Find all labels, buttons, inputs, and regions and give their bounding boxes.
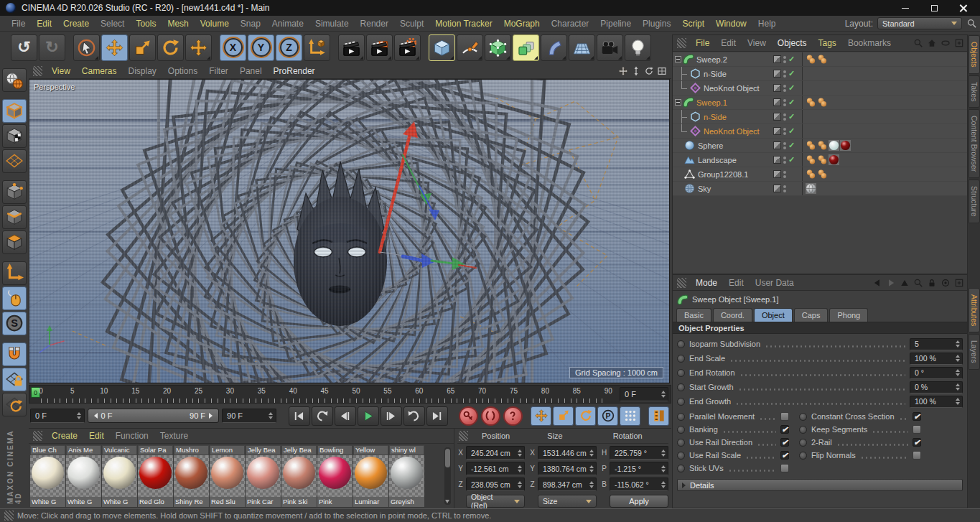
viewport-menu-view[interactable]: View [46,66,76,76]
texture-mode-button[interactable] [2,124,27,148]
material-menu-texture[interactable]: Texture [154,431,194,441]
layer-icon[interactable] [773,70,781,78]
phong-tag-icon[interactable] [806,54,816,65]
end-frame-field[interactable]: 90 F [222,409,276,423]
material-menu-function[interactable]: Function [110,431,154,441]
new-panel-icon[interactable] [954,278,964,288]
edges-mode-button[interactable] [2,205,27,229]
layer-icon[interactable] [773,84,781,92]
spinner[interactable] [660,391,666,398]
home-icon[interactable] [927,38,937,48]
z-axis-lock-button[interactable]: Z [276,34,302,61]
menu-mograph[interactable]: MoGraph [498,19,546,29]
animation-dot-icon[interactable] [677,369,685,377]
object-row[interactable]: Sky [673,182,967,196]
material-item[interactable]: YellowLuminar [353,445,388,507]
visibility-icon[interactable] [941,38,951,48]
menu-file[interactable]: File [6,19,31,29]
checkbox[interactable] [780,438,789,447]
enabled-check-icon[interactable] [788,141,797,149]
phong-tag-icon[interactable] [817,169,828,180]
add-spline-button[interactable] [457,34,483,61]
add-generator-button[interactable] [485,34,511,61]
position-mode-select[interactable]: Object (Rel) [466,495,525,508]
viewport-menu-panel[interactable]: Panel [234,66,268,76]
animation-dot-icon[interactable] [799,426,807,434]
menu-help[interactable]: Help [752,19,782,29]
spinner[interactable] [954,398,961,405]
coordinate-value-field[interactable]: 1380.764 cm [538,462,597,475]
timeline-range-slider[interactable]: 0 F 90 F [88,409,220,423]
visibility-dots[interactable] [783,56,786,63]
visibility-dots[interactable] [783,70,786,78]
menu-mesh[interactable]: Mesh [162,19,194,29]
animation-dot-icon[interactable] [799,413,807,421]
enable-axis-button[interactable] [2,261,27,285]
menu-script[interactable]: Script [676,19,710,29]
layer-icon[interactable] [773,156,781,164]
spinner[interactable] [588,481,594,488]
record-keyframe-button[interactable] [459,406,478,426]
material-item[interactable]: shiny wlGreyish [389,445,424,507]
layer-icon[interactable] [773,185,781,192]
lock-icon[interactable] [927,278,937,288]
visibility-dots[interactable] [783,113,786,121]
object-manager-menu-file[interactable]: File [690,38,715,48]
animation-dot-icon[interactable] [677,465,685,472]
visibility-dots[interactable] [783,171,786,178]
move-tool-button[interactable] [101,34,128,61]
phong-tag-icon[interactable] [806,154,816,165]
coordinate-value-field[interactable]: 225.759 ° [610,446,668,460]
visibility-dots[interactable] [783,142,786,149]
panel-tab-structure[interactable]: Structure [969,180,980,223]
mat-red-icon[interactable] [829,154,839,165]
spinner[interactable] [516,481,523,488]
coordinate-value-field[interactable]: 245.204 cm [466,446,525,460]
object-manager-menu-objects[interactable]: Objects [772,38,813,48]
object-row[interactable]: Sweep.2 [673,52,967,67]
phong-tag-icon[interactable] [817,97,828,108]
checkbox[interactable] [780,464,789,472]
apply-button[interactable]: Apply [610,495,668,508]
object-row[interactable]: Group12208.1 [673,167,967,182]
panel-grip[interactable] [459,431,468,441]
spinner[interactable] [954,340,961,348]
next-frame-button[interactable] [381,406,402,426]
phong-tag-icon[interactable] [806,169,816,180]
panel-tab-attributes[interactable]: Attributes [969,288,980,332]
up-icon[interactable] [900,278,910,288]
checkbox[interactable] [913,438,921,447]
pan-view-icon[interactable] [618,66,628,76]
layer-icon[interactable] [773,141,781,149]
layout-select[interactable]: Standard [877,17,962,29]
viewport-canvas[interactable]: Perspective Grid Spacing : 1000 cm [29,79,670,383]
render-view-button[interactable] [338,34,365,61]
visibility-dots[interactable] [783,185,786,192]
checkbox[interactable] [780,451,789,460]
lock-workplane-button[interactable] [2,368,27,391]
rotate-view-icon[interactable] [644,66,654,76]
spinner[interactable] [954,369,961,376]
object-manager-menu-bookmarks[interactable]: Bookmarks [842,38,897,48]
visibility-dots[interactable] [783,99,786,106]
viewport-menu-prorender[interactable]: ProRender [268,66,321,76]
rotate-workplane-button[interactable] [2,393,27,416]
panel-tab-objects[interactable]: Objects [969,35,980,74]
layer-icon[interactable] [773,170,781,178]
coordinate-value-field[interactable]: -1.215 ° [610,462,668,475]
layer-icon[interactable] [773,127,781,135]
material-item[interactable]: Anis MeWhite G [66,445,101,507]
visibility-dots[interactable] [783,85,786,92]
coordinate-value-field[interactable]: 1531.446 cm [538,446,597,460]
toggle-panels-icon[interactable] [657,66,667,76]
material-scrollbar[interactable] [444,447,451,505]
workplane-mode-button[interactable] [2,149,27,173]
tab-caps[interactable]: Caps [794,308,829,322]
size-mode-select[interactable]: Size [538,495,597,508]
property-value-field[interactable]: 0 ° [910,367,963,379]
spinner[interactable] [516,449,523,457]
magnet-button[interactable] [2,342,27,366]
property-value-field[interactable]: 0 % [910,381,963,393]
panel-grip[interactable] [4,511,14,521]
menu-sculpt[interactable]: Sculpt [394,19,429,29]
